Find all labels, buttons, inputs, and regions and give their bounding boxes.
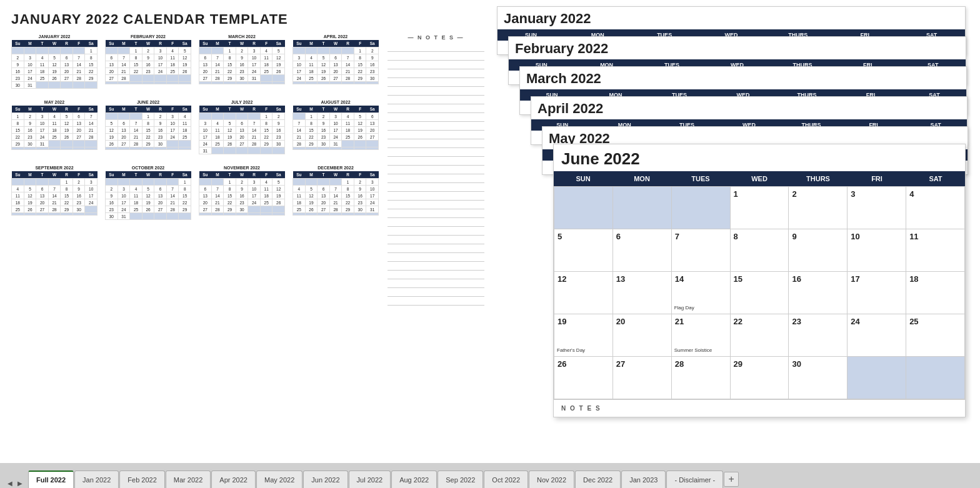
small-cal-cell: 29	[260, 141, 272, 147]
small-cal-cell: 9	[12, 61, 24, 68]
small-cal-cell: 16	[106, 199, 118, 206]
small-cal-cell: 27	[318, 206, 330, 213]
small-cal-header-cell: Sa	[272, 40, 285, 47]
small-cal-header-cell: T	[224, 40, 236, 47]
tab-apr2022[interactable]: Apr 2022	[211, 471, 256, 488]
small-cal-cell: 28	[118, 75, 130, 82]
tab-sep2022[interactable]: Sep 2022	[438, 471, 483, 488]
small-cal-cell: 29	[179, 206, 191, 213]
june-header-cell: TUES	[671, 171, 730, 186]
small-cal-cell: 25	[179, 134, 191, 141]
small-cal-header-cell: M	[24, 171, 36, 179]
notes-line	[388, 131, 484, 139]
small-cal-cell: 4	[12, 186, 24, 192]
small-cal-cell	[166, 82, 179, 84]
small-cal-header-cell: R	[61, 40, 73, 47]
small-cal-cell: 30	[24, 141, 36, 147]
small-cal-cell	[179, 75, 191, 82]
small-cal-cell: 1	[179, 179, 191, 186]
small-cal-cell	[118, 47, 130, 54]
small-cal-cell: 28	[72, 75, 85, 82]
small-cal-cell: 2	[354, 179, 366, 186]
small-cal-cell	[48, 47, 61, 54]
june-day-number: 6	[616, 232, 621, 241]
small-cal-cell: 20	[106, 68, 118, 75]
small-cal-header-cell: F	[72, 40, 85, 47]
june-cal-cell: 15	[731, 272, 789, 314]
small-cal-cell: 2	[154, 113, 167, 120]
tab-may2022[interactable]: May 2022	[256, 471, 302, 488]
small-cal-cell	[305, 82, 318, 84]
small-cal-cell: 8	[85, 54, 98, 61]
small-cal-header-cell: T	[318, 106, 330, 113]
tab-oct2022[interactable]: Oct 2022	[484, 471, 528, 488]
small-cal-cell	[293, 147, 306, 150]
tab-jul2022[interactable]: Jul 2022	[349, 471, 391, 488]
small-cal-cell: 1	[130, 47, 142, 54]
small-cal-cell: 3	[293, 54, 306, 61]
june-day-number: 16	[792, 274, 801, 284]
page-title: JANUARY 2022 CALENDAR TEMPLATE	[11, 11, 288, 27]
small-cal-cell: 12	[318, 61, 330, 68]
small-cal-cell: 13	[329, 61, 342, 68]
small-cal-cell: 15	[179, 192, 191, 199]
small-cal-header-cell: M	[305, 106, 318, 113]
small-cal-cell: 8	[142, 120, 154, 127]
tab-feb2022[interactable]: Feb 2022	[119, 471, 164, 488]
add-tab-button[interactable]: +	[724, 472, 739, 487]
small-cal-cell: 5	[354, 113, 366, 120]
small-cal-cell	[366, 141, 379, 147]
small-cal-cell: 6	[199, 54, 212, 61]
small-cal-cell: 29	[354, 75, 366, 82]
small-cal-cell: 31	[248, 75, 261, 82]
june-cal-cell: 6	[613, 229, 672, 272]
tab-jun2022[interactable]: Jun 2022	[303, 471, 348, 488]
small-cal-cell	[199, 213, 212, 216]
notes-line	[388, 279, 484, 288]
small-cal-cell: 31	[199, 147, 212, 154]
june-header-cell: FRI	[848, 171, 906, 186]
small-cal-cell: 21	[130, 134, 142, 141]
tab-next-arrow[interactable]: ▶	[15, 478, 25, 488]
small-cal-cell: 4	[179, 113, 191, 120]
small-cal-cell: 27	[36, 206, 49, 213]
tab-jan2023[interactable]: Jan 2023	[621, 471, 666, 488]
june-cal-cell: 7	[672, 229, 731, 272]
small-cal-header-cell: R	[248, 40, 261, 47]
june-day-number: 14	[675, 274, 684, 284]
small-cal-cell: 24	[293, 75, 306, 82]
small-cal-header-cell: M	[305, 171, 318, 179]
tab-mar2022[interactable]: Mar 2022	[166, 471, 211, 488]
small-cal-cell: 26	[354, 134, 366, 141]
tab-jan2022[interactable]: Jan 2022	[74, 471, 119, 488]
small-calendar-oct2022: OCTOBER 2022SuMTWRFSa1234567891011121314…	[105, 166, 191, 220]
small-cal-title: MAY 2022	[11, 100, 98, 104]
tab-prev-arrow[interactable]: ◀	[5, 478, 15, 488]
tab-full2022[interactable]: Full 2022	[28, 471, 74, 488]
tab-dec2022[interactable]: Dec 2022	[575, 471, 621, 488]
small-cal-cell: 23	[236, 68, 248, 75]
small-cal-cell: 26	[106, 141, 118, 147]
small-cal-header-cell: W	[142, 106, 154, 113]
small-cal-cell: 27	[72, 134, 85, 141]
small-cal-cell: 20	[154, 199, 167, 206]
june-cal-cell	[613, 187, 672, 229]
small-cal-header-cell: Su	[106, 171, 118, 179]
june-header-cell: WED	[730, 171, 789, 186]
small-cal-header-cell: Sa	[85, 40, 98, 47]
main-area: JANUARY 2022 CALENDAR TEMPLATE JANUARY 2…	[0, 0, 980, 463]
small-cal-cell: 11	[260, 186, 272, 192]
tab-disclaimer[interactable]: - Disclaimer -	[666, 471, 723, 488]
small-cal-cell: 23	[24, 134, 36, 141]
small-cal-cell: 6	[366, 113, 379, 120]
tab-aug2022[interactable]: Aug 2022	[391, 471, 437, 488]
small-cal-cell: 21	[329, 199, 342, 206]
small-cal-cell: 22	[224, 68, 236, 75]
small-cal-cell: 14	[342, 61, 354, 68]
small-cal-cell: 14	[85, 120, 98, 127]
small-cal-cell: 7	[48, 186, 61, 192]
small-cal-header-cell: R	[61, 171, 73, 179]
small-cal-header-cell: R	[248, 106, 261, 113]
june-day-number: 4	[909, 189, 914, 199]
tab-nov2022[interactable]: Nov 2022	[529, 471, 574, 488]
